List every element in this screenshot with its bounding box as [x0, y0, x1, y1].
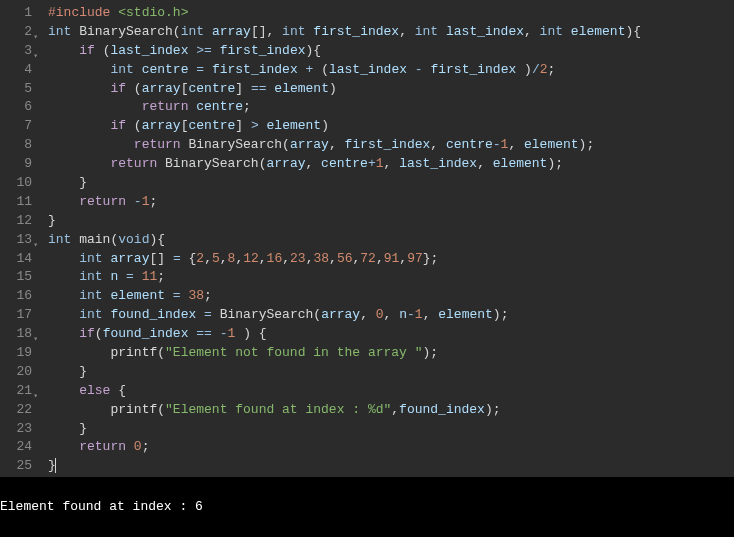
line-number: 21▾ — [4, 382, 32, 401]
code-line[interactable]: #include <stdio.h> — [48, 4, 641, 23]
line-number: 2▾ — [4, 23, 32, 42]
code-line[interactable]: int centre = first_index + (last_index -… — [48, 61, 641, 80]
line-number: 1 — [4, 4, 32, 23]
code-line[interactable]: int element = 38; — [48, 287, 641, 306]
code-line[interactable]: } — [48, 363, 641, 382]
code-line[interactable]: if (array[centre] > element) — [48, 117, 641, 136]
line-number: 6 — [4, 98, 32, 117]
line-number: 20 — [4, 363, 32, 382]
line-number: 18▾ — [4, 325, 32, 344]
line-number: 14 — [4, 250, 32, 269]
code-line[interactable]: return -1; — [48, 193, 641, 212]
code-line[interactable]: if (array[centre] == element) — [48, 80, 641, 99]
fold-marker-icon[interactable]: ▾ — [33, 330, 38, 349]
line-number: 10 — [4, 174, 32, 193]
line-number: 13▾ — [4, 231, 32, 250]
code-line[interactable]: int BinarySearch(int array[], int first_… — [48, 23, 641, 42]
line-number: 24 — [4, 438, 32, 457]
code-line[interactable]: } — [48, 212, 641, 231]
line-number: 19 — [4, 344, 32, 363]
fold-marker-icon[interactable]: ▾ — [33, 47, 38, 66]
text-cursor — [55, 458, 56, 473]
fold-marker-icon[interactable]: ▾ — [33, 387, 38, 406]
line-number: 23 — [4, 420, 32, 439]
line-number: 9 — [4, 155, 32, 174]
code-line[interactable]: return BinarySearch(array, centre+1, las… — [48, 155, 641, 174]
code-line[interactable]: else { — [48, 382, 641, 401]
code-line[interactable]: int array[] = {2,5,8,12,16,23,38,56,72,9… — [48, 250, 641, 269]
line-number: 15 — [4, 268, 32, 287]
code-line[interactable]: } — [48, 174, 641, 193]
code-line[interactable]: if (last_index >= first_index){ — [48, 42, 641, 61]
code-line[interactable]: printf("Element found at index : %d",fou… — [48, 401, 641, 420]
line-number: 4 — [4, 61, 32, 80]
code-line[interactable]: if(found_index == -1 ) { — [48, 325, 641, 344]
line-number: 5 — [4, 80, 32, 99]
line-number: 12 — [4, 212, 32, 231]
code-editor: 12▾3▾45678910111213▾1415161718▾192021▾22… — [0, 0, 734, 477]
line-number: 22 — [4, 401, 32, 420]
line-number: 16 — [4, 287, 32, 306]
code-line[interactable]: int n = 11; — [48, 268, 641, 287]
line-number: 3▾ — [4, 42, 32, 61]
fold-marker-icon[interactable]: ▾ — [33, 28, 38, 47]
code-line[interactable]: int main(void){ — [48, 231, 641, 250]
code-line[interactable]: } — [48, 420, 641, 439]
output-console: Element found at index : 6 — [0, 477, 734, 537]
code-line[interactable]: return BinarySearch(array, first_index, … — [48, 136, 641, 155]
console-output-text: Element found at index : 6 — [0, 499, 203, 514]
line-number: 11 — [4, 193, 32, 212]
line-number: 25 — [4, 457, 32, 476]
code-line[interactable]: return 0; — [48, 438, 641, 457]
code-line[interactable]: printf("Element not found in the array "… — [48, 344, 641, 363]
line-number: 8 — [4, 136, 32, 155]
line-number: 7 — [4, 117, 32, 136]
line-number: 17 — [4, 306, 32, 325]
fold-marker-icon[interactable]: ▾ — [33, 236, 38, 255]
code-line[interactable]: int found_index = BinarySearch(array, 0,… — [48, 306, 641, 325]
code-area[interactable]: #include <stdio.h>int BinarySearch(int a… — [40, 0, 641, 477]
line-number-gutter: 12▾3▾45678910111213▾1415161718▾192021▾22… — [0, 0, 40, 477]
code-line[interactable]: return centre; — [48, 98, 641, 117]
code-line[interactable]: } — [48, 457, 641, 476]
